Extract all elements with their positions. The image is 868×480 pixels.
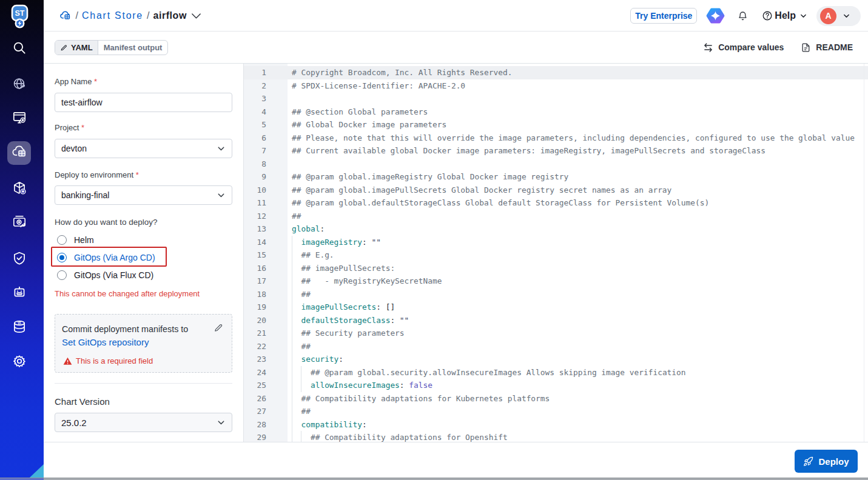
svg-text:ST: ST <box>15 9 25 18</box>
